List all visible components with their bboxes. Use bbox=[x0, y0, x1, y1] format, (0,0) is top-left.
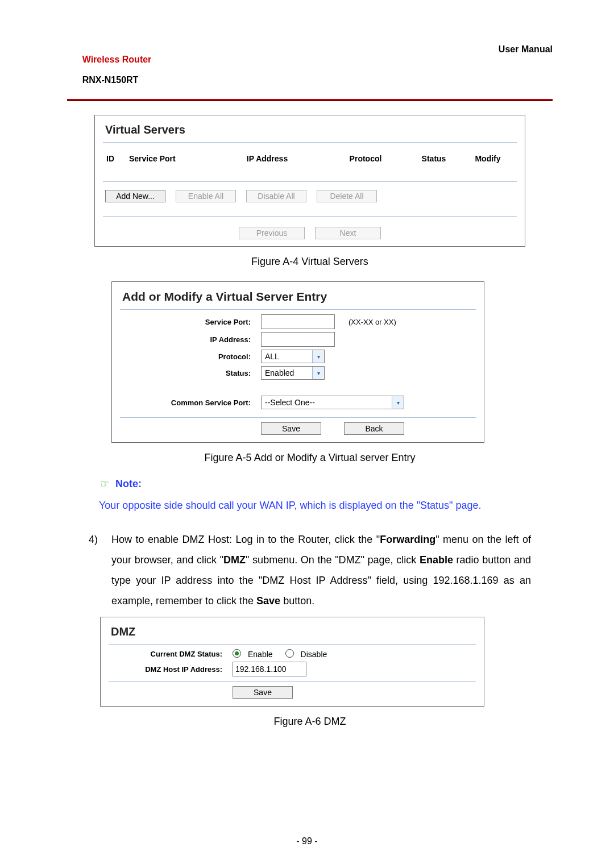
common-service-port-select[interactable]: --Select One-- ▾ bbox=[261, 396, 404, 409]
figure-a6-panel: DMZ Current DMZ Status: Enable Disable D… bbox=[100, 617, 484, 707]
add-new-button[interactable]: Add New... bbox=[105, 190, 165, 202]
dmz-title: DMZ bbox=[111, 625, 476, 638]
dmz-host-ip-input[interactable] bbox=[233, 662, 306, 676]
virtual-servers-title: Virtual Servers bbox=[105, 123, 517, 136]
step4-bold: Enable bbox=[420, 554, 453, 566]
virtual-servers-table-header: ID Service Port IP Address Protocol Stat… bbox=[103, 147, 517, 177]
chevron-down-icon: ▾ bbox=[312, 350, 324, 363]
protocol-label: Protocol: bbox=[120, 352, 261, 361]
note-label: Note: bbox=[115, 478, 142, 489]
service-port-hint: (XX-XX or XX) bbox=[349, 318, 396, 326]
col-service-port: Service Port bbox=[129, 154, 209, 163]
save-button[interactable]: Save bbox=[261, 422, 321, 435]
ip-address-label: IP Address: bbox=[120, 335, 261, 344]
enable-all-button[interactable]: Enable All bbox=[176, 190, 236, 202]
enable-radio[interactable] bbox=[233, 649, 241, 658]
step4-bold: Forwarding bbox=[380, 534, 435, 545]
col-ip: IP Address bbox=[209, 154, 326, 163]
protocol-select-value: ALL bbox=[262, 352, 312, 361]
previous-button[interactable]: Previous bbox=[239, 227, 305, 239]
step4-text: button. bbox=[280, 595, 314, 607]
chevron-down-icon: ▾ bbox=[312, 367, 324, 379]
dmz-save-button[interactable]: Save bbox=[233, 686, 293, 699]
chevron-down-icon: ▾ bbox=[392, 396, 404, 409]
col-protocol: Protocol bbox=[326, 154, 405, 163]
status-select[interactable]: Enabled ▾ bbox=[261, 366, 325, 380]
step-4-paragraph: 4) How to enable DMZ Host: Log in to the… bbox=[89, 529, 531, 611]
step4-text: How to enable DMZ Host: Log in to the Ro… bbox=[111, 534, 380, 545]
col-id: ID bbox=[106, 154, 129, 163]
status-select-value: Enabled bbox=[262, 368, 312, 377]
page-number: - 99 - bbox=[0, 836, 614, 846]
col-status: Status bbox=[405, 154, 462, 163]
figure-a6-caption: Figure A-6 DMZ bbox=[67, 716, 553, 728]
add-modify-title: Add or Modify a Virtual Server Entry bbox=[122, 290, 476, 304]
pointing-hand-icon: ☞ bbox=[100, 478, 109, 489]
step4-bold: DMZ bbox=[223, 554, 246, 566]
dmz-host-ip-label: DMZ Host IP Address: bbox=[109, 665, 233, 674]
disable-radio-label: Disable bbox=[301, 650, 327, 659]
header-rule-thin bbox=[67, 101, 553, 101]
model-label: RNX-N150RT bbox=[82, 75, 139, 85]
common-service-port-value: --Select One-- bbox=[262, 398, 392, 407]
service-port-input[interactable] bbox=[261, 314, 335, 329]
page-header: Wireless Router RNX-N150RT User Manual bbox=[67, 44, 553, 99]
figure-a5-panel: Add or Modify a Virtual Server Entry Ser… bbox=[111, 281, 484, 443]
step-number: 4) bbox=[89, 529, 103, 611]
step4-bold: Save bbox=[256, 595, 280, 607]
col-modify: Modify bbox=[462, 154, 513, 163]
step4-text: " submenu. On the "DMZ" page, click bbox=[246, 554, 420, 566]
brand-label: Wireless Router bbox=[82, 55, 152, 64]
note-header: ☞ Note: bbox=[100, 477, 553, 490]
figure-a5-caption: Figure A-5 Add or Modify a Virtual serve… bbox=[67, 452, 553, 464]
next-button[interactable]: Next bbox=[315, 227, 381, 239]
service-port-label: Service Port: bbox=[120, 318, 261, 326]
common-service-port-label: Common Service Port: bbox=[120, 398, 261, 407]
figure-a4-caption: Figure A-4 Virtual Servers bbox=[67, 256, 553, 268]
current-dmz-status-label: Current DMZ Status: bbox=[109, 650, 233, 658]
back-button[interactable]: Back bbox=[344, 422, 404, 435]
note-body: Your opposite side should call your WAN … bbox=[99, 498, 521, 513]
manual-label: User Manual bbox=[499, 44, 553, 55]
delete-all-button[interactable]: Delete All bbox=[317, 190, 377, 202]
disable-all-button[interactable]: Disable All bbox=[246, 190, 306, 202]
disable-radio[interactable] bbox=[285, 649, 294, 658]
enable-radio-label: Enable bbox=[248, 650, 273, 659]
ip-address-input[interactable] bbox=[261, 332, 335, 347]
protocol-select[interactable]: ALL ▾ bbox=[261, 350, 325, 363]
figure-a4-panel: Virtual Servers ID Service Port IP Addre… bbox=[94, 115, 525, 247]
status-label: Status: bbox=[120, 369, 261, 377]
